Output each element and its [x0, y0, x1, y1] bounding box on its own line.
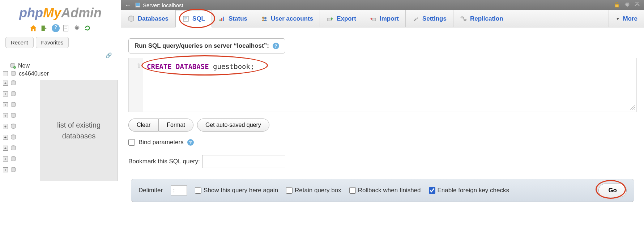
docs-icon[interactable]	[62, 24, 70, 32]
svg-rect-19	[136, 3, 140, 6]
tree-expand-icon[interactable]: +	[3, 102, 8, 107]
tree-new[interactable]: New	[17, 63, 30, 69]
database-icon	[10, 102, 17, 108]
sql-icon	[182, 15, 189, 22]
link-icon[interactable]: 🔗	[106, 52, 112, 58]
tree-expand-icon[interactable]: +	[3, 146, 8, 151]
bookmark-input[interactable]	[202, 155, 285, 168]
tree-expand-icon[interactable]: +	[3, 167, 8, 172]
refresh-icon[interactable]	[84, 24, 91, 32]
format-button[interactable]: Format	[158, 119, 193, 132]
tab-export[interactable]: Export	[320, 10, 363, 27]
database-icon	[10, 80, 17, 86]
rollback-checkbox[interactable]	[349, 187, 356, 194]
replication-icon	[460, 15, 467, 22]
tree-db-cs4640user[interactable]: cs4640user	[18, 70, 49, 77]
logo-my: My	[43, 5, 61, 20]
back-arrow-icon[interactable]: ←	[125, 1, 131, 9]
database-icon	[10, 113, 17, 119]
sql-code[interactable]: CREATE DATABASE guestbook;	[129, 58, 636, 70]
logout-icon[interactable]	[40, 24, 48, 32]
collapse-icon[interactable]	[634, 1, 640, 9]
server-icon	[135, 2, 141, 8]
sql-text: guestbook;	[209, 63, 255, 70]
help-icon[interactable]: ?	[273, 43, 279, 49]
import-icon	[370, 15, 377, 22]
tab-status[interactable]: Status	[212, 10, 254, 27]
svg-line-40	[634, 109, 635, 110]
bind-params-label: Bind parameters	[138, 139, 184, 146]
svg-rect-20	[615, 4, 619, 7]
tab-sql[interactable]: SQL	[175, 10, 212, 27]
help-icon[interactable]: ?	[51, 24, 59, 32]
bind-params-checkbox[interactable]	[128, 139, 135, 146]
sidebar-quick-icons: ?	[0, 22, 121, 34]
status-icon	[218, 15, 226, 22]
show-again-label: Show this query here again	[204, 187, 278, 194]
retain-label: Retain query box	[295, 187, 341, 194]
retain-checkbox[interactable]	[286, 187, 293, 194]
phpmyadmin-logo[interactable]: phpMyAdmin	[0, 2, 121, 22]
help-icon[interactable]: ?	[187, 139, 194, 146]
svg-point-36	[464, 19, 466, 21]
database-icon	[10, 167, 17, 173]
show-again-checkbox[interactable]	[195, 187, 201, 194]
db-list-placeholder: list of existing databases	[40, 80, 118, 181]
delimiter-label: Delimiter	[138, 187, 163, 194]
go-button[interactable]: Go	[598, 184, 627, 197]
settings-gear-icon[interactable]	[624, 1, 630, 9]
bookmark-label: Bookmark this SQL query:	[128, 158, 200, 165]
tab-replication[interactable]: Replication	[453, 10, 510, 27]
svg-rect-0	[42, 26, 45, 31]
delimiter-input[interactable]	[171, 185, 187, 195]
clear-button[interactable]: Clear	[128, 119, 158, 132]
breadcrumb-bar: ← Server: localhost	[121, 0, 644, 10]
database-icon	[10, 71, 17, 77]
tab-user-accounts[interactable]: User accounts	[254, 10, 320, 27]
tree-expand-icon[interactable]: +	[3, 91, 8, 96]
svg-point-35	[461, 17, 464, 18]
tree-expand-icon[interactable]: +	[3, 81, 8, 86]
breadcrumb-text[interactable]: Server: localhost	[143, 2, 183, 8]
home-icon[interactable]	[29, 24, 37, 32]
svg-rect-28	[219, 20, 221, 21]
tab-import[interactable]: Import	[363, 10, 406, 27]
lock-icon[interactable]	[614, 1, 620, 9]
tree-expand-icon[interactable]: +	[3, 135, 8, 140]
database-icon	[10, 145, 17, 151]
tab-databases[interactable]: Databases	[121, 10, 175, 27]
chevron-down-icon: ▼	[615, 16, 620, 21]
tab-settings[interactable]: Settings	[406, 10, 453, 27]
sql-gutter: 1	[129, 58, 143, 112]
footer-bar: Delimiter Show this query here again Ret…	[131, 179, 634, 202]
database-icon	[10, 91, 17, 97]
tree-expand-icon[interactable]: +	[3, 156, 8, 162]
svg-rect-33	[328, 18, 331, 21]
new-db-icon: +	[9, 63, 16, 69]
tab-more[interactable]: ▼ More	[609, 10, 644, 27]
tree-expand-icon[interactable]: +	[3, 113, 8, 118]
database-icon	[10, 134, 17, 140]
recent-tab[interactable]: Recent	[5, 37, 34, 48]
fk-checkbox[interactable]	[429, 187, 435, 194]
rollback-label: Rollback when finished	[358, 187, 421, 194]
db-tree: + New − cs4640user + + + + + + + + +	[0, 58, 121, 185]
logo-php: php	[19, 5, 43, 20]
database-icon	[10, 156, 17, 162]
autosaved-button[interactable]: Get auto-saved query	[197, 119, 269, 132]
svg-point-31	[262, 17, 264, 19]
tree-expand-icon[interactable]: +	[3, 124, 8, 129]
favorites-tab[interactable]: Favorites	[36, 37, 69, 48]
svg-rect-29	[221, 18, 222, 21]
resize-handle-icon[interactable]	[628, 104, 636, 111]
top-tabs: Databases SQL Status User accounts Expor…	[121, 10, 644, 27]
fk-label: Enable foreign key checks	[438, 187, 509, 194]
sql-editor[interactable]: 1 CREATE DATABASE guestbook;	[128, 58, 637, 112]
database-icon	[10, 124, 17, 129]
logo-admin: Admin	[61, 5, 102, 20]
query-header: Run SQL query/queries on server “localho…	[128, 38, 285, 53]
sidebar: phpMyAdmin ? Recent Favorites 🔗 + New −	[0, 0, 121, 245]
svg-rect-30	[223, 17, 224, 21]
gear-icon[interactable]	[73, 24, 81, 32]
tree-collapse-icon[interactable]: −	[3, 71, 8, 76]
